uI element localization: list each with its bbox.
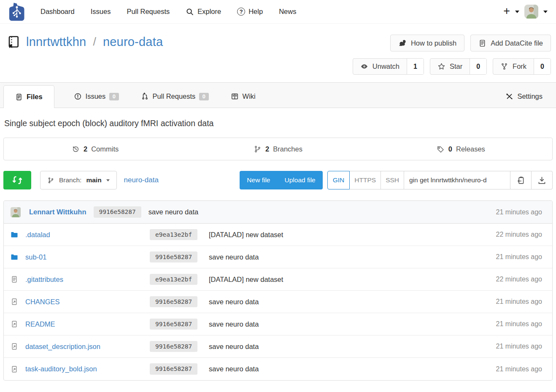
copy-clone-url-button[interactable]: [510, 171, 532, 189]
user-menu-caret-icon[interactable]: [543, 11, 548, 13]
eye-icon: [360, 62, 368, 70]
releases-stat[interactable]: 0 Releases: [370, 138, 552, 160]
file-link[interactable]: .datalad: [25, 231, 50, 239]
commit-time: 21 minutes ago: [496, 208, 545, 216]
user-avatar[interactable]: [524, 5, 538, 19]
download-icon: [537, 176, 546, 185]
how-to-publish-button[interactable]: How to publish: [390, 35, 464, 51]
branch-icon: [254, 145, 262, 153]
file-table: Lennart Wittkuhn 9916e58287 save neuro d…: [3, 200, 553, 381]
file-sha-badge[interactable]: 9916e58287: [150, 319, 197, 330]
tab-files[interactable]: Files: [3, 85, 54, 108]
protocol-https-button[interactable]: HTTPS: [350, 171, 381, 189]
repo-description: Single subject epoch (block) auditory fM…: [0, 108, 556, 132]
compare-icon: [12, 175, 23, 186]
file-commit-message[interactable]: save neuro data: [209, 320, 259, 328]
tab-wiki[interactable]: Wiki: [228, 85, 258, 108]
create-new-button[interactable]: +: [503, 5, 510, 17]
nav-help[interactable]: ? Help: [237, 8, 263, 16]
folder-icon: [11, 231, 18, 238]
star-button-group: Star 0: [430, 58, 487, 75]
fork-icon: [500, 62, 508, 70]
file-link[interactable]: dataset_description.json: [25, 343, 100, 351]
create-caret-icon[interactable]: [515, 11, 519, 13]
star-count[interactable]: 0: [470, 59, 486, 74]
symlink-icon: [11, 343, 18, 350]
commit-author-link[interactable]: Lennart Wittkuhn: [29, 208, 86, 216]
tab-issues[interactable]: Issues 0: [71, 85, 121, 108]
protocol-gin-button[interactable]: GIN: [327, 171, 350, 189]
add-datacite-button[interactable]: Add DataCite file: [470, 35, 551, 51]
file-icon: [11, 276, 18, 283]
table-row: CHANGES 9916e58287 save neuro data 21 mi…: [4, 291, 552, 313]
watch-count[interactable]: 1: [407, 59, 424, 74]
unwatch-button[interactable]: Unwatch: [353, 59, 407, 74]
fork-button-group: Fork 0: [493, 58, 551, 75]
file-sha-badge[interactable]: 9916e58287: [150, 296, 197, 308]
fork-button[interactable]: Fork: [493, 59, 534, 74]
file-commit-message[interactable]: [DATALAD] new dataset: [209, 231, 283, 238]
nav-dashboard[interactable]: Dashboard: [40, 8, 75, 16]
repo-owner-link[interactable]: lnnrtwttkhn: [26, 35, 86, 49]
commit-sha-badge[interactable]: 9916e58287: [94, 206, 141, 218]
branches-stat[interactable]: 2 Branches: [186, 138, 369, 160]
symlink-icon: [11, 320, 18, 328]
nav-pull-requests[interactable]: Pull Requests: [127, 8, 170, 16]
table-row: .datalad e9ea13e2bf [DATALAD] new datase…: [4, 224, 552, 246]
file-time: 21 minutes ago: [472, 365, 545, 373]
file-sha-badge[interactable]: 9916e58287: [150, 341, 197, 352]
download-archive-button[interactable]: [532, 171, 553, 189]
repo-stats-bar: 2 Commits 2 Branches 0 Releases: [3, 138, 553, 160]
commit-author-avatar[interactable]: [11, 207, 21, 217]
file-commit-message[interactable]: save neuro data: [209, 253, 259, 261]
file-link[interactable]: sub-01: [25, 253, 46, 261]
protocol-ssh-button[interactable]: SSH: [381, 171, 404, 189]
nav-explore[interactable]: Explore: [186, 8, 221, 16]
clone-url-group: GIN HTTPS SSH: [327, 171, 553, 189]
branch-selector[interactable]: Branch: main: [40, 171, 117, 189]
compare-button[interactable]: [3, 171, 31, 189]
star-button[interactable]: Star: [430, 59, 470, 74]
repo-header: lnnrtwttkhn / neuro-data How to publish …: [0, 24, 556, 82]
repo-name-link[interactable]: neuro-data: [103, 35, 163, 49]
file-commit-message[interactable]: save neuro data: [209, 365, 259, 373]
file-icon: [478, 39, 486, 47]
file-link[interactable]: CHANGES: [25, 298, 60, 306]
pulls-count-badge: 0: [199, 93, 208, 100]
new-file-button[interactable]: New file: [240, 171, 277, 189]
top-navbar: Dashboard Issues Pull Requests Explore ?…: [0, 0, 556, 24]
file-sha-badge[interactable]: 9916e58287: [150, 363, 197, 375]
commit-message: save neuro data: [148, 208, 198, 216]
tab-pull-requests[interactable]: Pull Requests 0: [138, 85, 211, 108]
file-commit-message[interactable]: save neuro data: [209, 298, 259, 305]
file-sha-badge[interactable]: e9ea13e2bf: [150, 274, 197, 285]
nav-issues[interactable]: Issues: [91, 8, 111, 16]
file-link[interactable]: README: [25, 320, 55, 328]
gin-logo[interactable]: [8, 2, 25, 21]
upload-file-button[interactable]: Upload file: [278, 171, 323, 189]
breadcrumb-repo-link[interactable]: neuro-data: [124, 176, 159, 184]
search-icon: [186, 8, 194, 16]
table-row: sub-01 9916e58287 save neuro data 21 min…: [4, 246, 552, 268]
file-commit-message[interactable]: [DATALAD] new dataset: [209, 276, 283, 283]
file-sha-badge[interactable]: e9ea13e2bf: [150, 229, 197, 241]
clipboard-copy-icon: [516, 176, 525, 185]
branch-caret-icon: [106, 179, 110, 181]
branch-icon: [47, 177, 54, 184]
clone-url-input[interactable]: [404, 171, 510, 189]
repo-title: lnnrtwttkhn / neuro-data: [7, 35, 163, 49]
nav-news[interactable]: News: [279, 8, 296, 16]
tag-icon: [437, 145, 445, 153]
file-sha-badge[interactable]: 9916e58287: [150, 251, 197, 263]
file-link[interactable]: task-auditory_bold.json: [25, 365, 97, 373]
fork-count[interactable]: 0: [534, 59, 551, 74]
star-icon: [437, 62, 445, 70]
symlink-icon: [11, 298, 18, 305]
file-link[interactable]: .gitattributes: [25, 276, 63, 284]
file-time: 21 minutes ago: [472, 298, 545, 305]
file-time: 22 minutes ago: [472, 276, 545, 283]
tab-settings[interactable]: Settings: [503, 85, 545, 108]
file-commit-message[interactable]: save neuro data: [209, 343, 259, 350]
file-toolbar: Branch: main neuro-data New file Upload …: [3, 171, 553, 189]
commits-stat[interactable]: 2 Commits: [4, 138, 186, 160]
